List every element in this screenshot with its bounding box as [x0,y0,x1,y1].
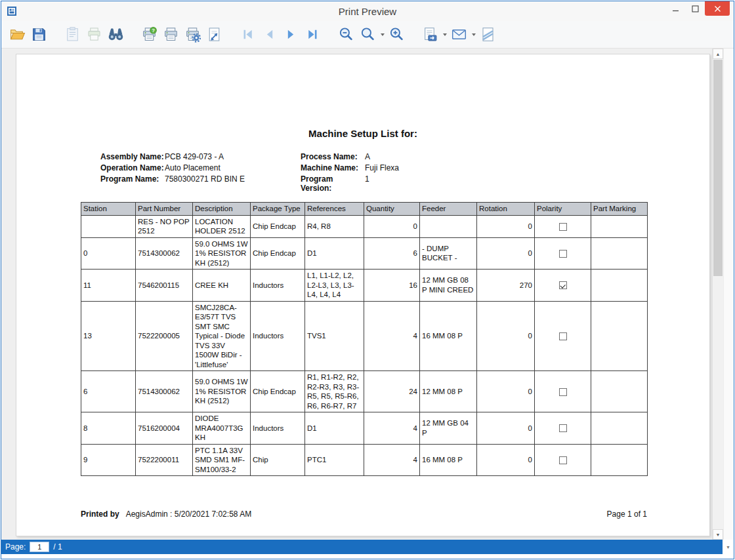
scroll-down-button[interactable]: ▼ [713,529,723,540]
next-page-icon [283,26,299,43]
open-button[interactable] [7,24,28,45]
cell-package-type: Inductors [251,270,305,302]
toolbar: ? [1,21,734,49]
assembly-name-label: Assembly Name: [100,152,165,161]
table-row: 137522200005SMCJ28CA-E3/57T TVS SMT SMC … [81,301,648,371]
vertical-scrollbar[interactable]: ▲ ▼ [712,49,723,540]
process-name-value: A [365,152,370,161]
cell-polarity [535,270,591,302]
column-header-station: Station [81,203,136,216]
page-setup-icon [184,26,201,43]
zoom-button[interactable] [357,24,379,45]
cell-part-marking [591,301,648,371]
setup-table-body: RES - NO POP 2512LOCATION HOLDER 2512Chi… [81,215,648,476]
polarity-checkbox [559,281,567,289]
column-header-references: References [305,203,364,216]
page-label: Page: [5,542,26,551]
cell-feeder: 16 MM 08 P [420,444,477,476]
page-total: / 1 [53,542,62,551]
app-icon [7,6,17,16]
cell-part-number: 7514300062 [136,237,193,270]
cell-rotation: 0 [477,301,535,371]
process-name-label: Process Name: [301,152,365,161]
zoom-icon [360,26,376,43]
export-dropdown-caret[interactable] [441,24,448,45]
cell-polarity [535,412,591,445]
table-row: 117546200115CREE KHInductorsL1, L1-L2, L… [81,270,648,302]
polarity-checkbox [559,332,567,340]
page-setup-button[interactable] [182,24,203,45]
polarity-checkbox [559,456,567,464]
column-header-polarity: Polarity [535,203,591,216]
cell-polarity [535,301,591,371]
cell-description: DIODE MRA4007T3G KH [193,412,251,445]
printed-by-value: AegisAdmin : 5/20/2021 7:02:58 AM [126,510,251,519]
column-header-rotation: Rotation [477,203,535,216]
cell-rotation: 270 [477,270,535,302]
scrollbar-thumb[interactable] [713,60,723,276]
cell-polarity [535,215,591,237]
page-footer: Printed byAegisAdmin : 5/20/2021 7:02:58… [81,510,647,519]
zoom-dropdown-caret[interactable] [379,24,386,45]
next-page-button[interactable] [280,24,302,45]
page-number-input[interactable] [30,542,49,552]
polarity-checkbox [559,250,567,258]
cell-feeder: - DUMP BUCKET - [420,237,477,270]
cell-part-number: 7522200011 [136,444,193,476]
bottom-strip [1,554,734,559]
cell-station: 9 [81,444,136,476]
watermark-button[interactable] [477,24,499,45]
cell-package-type: Chip [251,444,305,476]
titlebar: Print Preview [1,1,734,21]
printed-by-label: Printed by [81,510,119,519]
cell-package-type: Inductors [251,301,305,371]
email-dropdown-caret[interactable] [470,24,477,45]
save-button[interactable] [28,24,50,45]
polarity-checkbox [559,388,567,396]
program-version-value: 1 [365,174,369,193]
scroll-up-button[interactable]: ▲ [713,49,723,59]
print-dialog-button[interactable]: ? [138,24,160,45]
cell-quantity: 6 [364,237,420,270]
window-title: Print Preview [1,6,734,17]
cell-rotation: 0 [477,237,535,270]
zoom-out-icon [338,26,354,43]
last-page-button[interactable] [302,24,324,45]
maximize-button[interactable] [685,1,705,16]
report-page: Machine Setup List for: Assembly Name:PC… [16,54,710,536]
cell-polarity [535,444,591,476]
cell-part-marking [591,371,648,412]
scale-button[interactable] [203,24,225,45]
zoom-in-button[interactable] [386,24,408,45]
first-page-button [237,24,259,45]
toolbar-group [335,24,408,45]
minimize-button[interactable] [665,1,685,16]
cell-feeder: 12 MM GB 04 P [420,412,477,445]
export-button[interactable] [419,24,441,45]
cell-quantity: 4 [364,301,420,371]
print-dialog-icon: ? [141,26,158,43]
cell-part-marking [591,270,648,302]
cell-rotation: 0 [477,371,535,412]
search-button[interactable] [105,24,127,45]
zoom-out-button[interactable] [335,24,357,45]
close-button[interactable] [705,1,730,16]
document-map-icon [64,26,81,43]
page-info: Page 1 of 1 [607,510,647,519]
cell-part-marking [591,215,648,237]
print-icon [163,26,179,43]
cell-feeder: 12 MM 08 P [420,371,477,412]
column-header-part-number: Part Number [136,203,193,216]
email-button[interactable] [448,24,470,45]
cell-feeder [420,215,477,237]
cell-package-type: Chip Endcap [251,371,305,412]
print-button[interactable] [160,24,182,45]
cell-part-number: 7546200115 [136,270,193,302]
program-version-label: Program Version: [301,174,365,193]
cell-description: 59.0 OHMS 1W 1% RESISTOR KH (2512) [193,371,251,412]
first-page-icon [240,26,256,43]
export-icon [422,26,438,43]
cell-part-number: 7522200005 [136,301,193,371]
cell-quantity: 0 [364,215,420,237]
setup-table: Station Part Number Description Package … [81,202,648,476]
